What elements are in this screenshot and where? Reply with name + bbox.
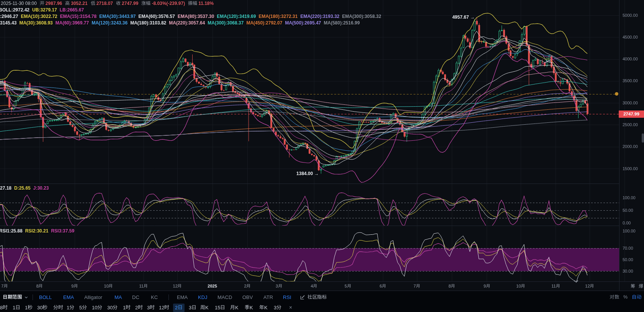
interval-button-周K[interactable]: K [200,304,209,312]
month-label: 4 [311,284,317,288]
ema-legend-item: EMA(220):3193.32 [300,14,339,19]
month-label: 9 [71,284,78,288]
kdj-tick-label: 100.00 [623,195,636,200]
month-label: 9 [484,284,490,288]
boll-legend: BOLL:2972.42UB:3279.17LB:2665.67 [0,7,87,13]
ohlc-field-label [188,1,197,6]
ma-legend-item: MA(30):3608.93 [19,20,52,26]
scale-button-percent[interactable]: % [623,291,628,304]
ema-legend-item: EMA(300):3058.32 [342,14,381,19]
indicator-toolbar: BOLLEMAAlligatorMADCKC EMAKDJMACDOBVATRR… [0,291,644,304]
scale-button-auto[interactable] [632,291,641,304]
month-label: 8 [36,284,43,288]
rsi-tick-label: 70.00 [623,246,633,250]
ohlc-field-value: 2747.99 [122,1,138,6]
trading-chart-app: 2025-11-30 08:002987.963052.212718.07274… [0,0,644,312]
interval-button-12时[interactable]: 12 [159,304,169,312]
month-label: 10 [104,284,113,288]
price-tick-label: 3500.00 [623,78,638,83]
chevron-down-icon [574,280,579,283]
ohlc-field: -8.03%(-239.97) [141,1,185,6]
rsi-legend-item: RSI3:37.59 [51,228,74,234]
interval-button-年K[interactable]: K [259,304,268,312]
month-label: 12 [585,284,594,288]
interval-toolbar: 811301510301231223K15KKK3× [0,304,644,312]
rsi-legend: RSI1:25.88RSI2:30.21RSI3:37.59 [0,228,77,234]
month-label: 7 [414,284,420,288]
interval-button-3分[interactable]: 3 [274,304,281,312]
ma-legend-item: MA(300):3068.37 [208,20,244,26]
price-tick-label: 4500.00 [623,35,638,39]
ma-legend-item: MA(580):2516.99 [324,20,360,26]
high-price-annotation: 4957.67 → [452,15,475,20]
interval-button-30分[interactable]: 30 [107,304,118,312]
pane-collapse-chevron-icon[interactable] [574,278,579,281]
ema-legend: :2946.27EMA(10):3022.72EMA(15):3154.78EM… [0,14,384,19]
ema-legend-item: EMA(15):3154.78 [60,14,96,19]
interval-button-1秒[interactable]: 1 [25,304,33,312]
ema-legend-item: EMA(120):3419.69 [217,14,256,19]
month-label: 8 [448,284,455,288]
ema-legend-item: EMA(30):3443.97 [99,14,136,19]
price-tick-label: 3000.00 [623,101,638,105]
ema-legend-item: EMA(80):3537.30 [178,14,214,19]
rsi-tick-label: 100.00 [623,229,636,233]
month-label: 11 [139,284,147,288]
interval-button-15日[interactable]: 15 [215,304,225,312]
ohlc-field: 2747.99 [116,1,138,6]
interval-button-8时[interactable]: 8 [0,304,8,312]
month-label: 2 [244,284,250,288]
boll-legend-item: UB:3279.17 [32,7,57,13]
ohlc-field: 2987.96 [40,1,62,6]
scrollbar-thumb[interactable] [642,133,644,143]
xaxis-button-liquidation[interactable] [639,284,643,289]
ohlc-field-value: 2987.96 [46,1,62,6]
interval-button-3时[interactable]: 3 [147,304,155,312]
ohlc-datetime: 2025-11-30 08:00 [1,1,37,6]
rsi-legend-item: RSI2:30.21 [25,228,49,234]
ma-legend-item: MA(60):3969.77 [56,20,89,26]
current-price-badge: 2747.99 [619,110,644,118]
ma-legend-item: MA(220):3057.64 [169,20,205,26]
month-label: 3 [276,284,282,288]
interval-button-10分[interactable]: 10 [92,304,102,312]
interval-button-3日[interactable]: 3 [189,304,196,312]
chart-canvas[interactable] [0,0,644,312]
ma-legend: 3145.43MA(30):3608.93MA(60):3969.77MA(12… [0,20,363,26]
interval-button-1时[interactable]: 1 [123,304,131,312]
ohlc-field: 11.18% [188,1,214,6]
ohlc-field-label [116,1,121,6]
ohlc-field: 3052.21 [65,1,87,6]
interval-button-5分[interactable]: 5 [79,304,87,312]
interval-button-2时[interactable]: 2 [135,304,143,312]
xaxis-button-chips[interactable] [631,284,635,289]
close-icon[interactable]: × [289,304,292,312]
interval-button-2日[interactable]: 2 [173,304,185,312]
ohlc-legend: 2025-11-30 08:002987.963052.212718.07274… [1,1,217,6]
interval-button-30秒[interactable]: 30 [37,304,47,312]
ohlc-field-value: 11.18% [198,1,214,6]
price-alert-dot-icon[interactable] [615,92,618,96]
kdj-legend-item: 27.18 [0,185,11,191]
interval-button-月K[interactable]: K [230,304,239,312]
interval-button-分时[interactable] [53,304,63,312]
interval-button-季K[interactable]: K [245,304,253,312]
interval-button-1日[interactable]: 1 [13,304,20,312]
interval-button-1分[interactable]: 1 [67,304,74,312]
ma-legend-item: MA(180):3103.82 [130,20,166,26]
boll-legend-item: BOLL:2972.42 [0,7,29,13]
month-label: 12 [173,284,182,288]
month-label: 11 [551,284,560,288]
ema-legend-item: EMA(10):3022.72 [21,14,57,19]
ema-legend-item: :2946.27 [0,14,18,19]
price-tick-label: 4000.00 [623,57,638,61]
kdj-legend: 27.18D:25.65J:30.23 [0,185,51,191]
month-label: 10 [516,284,525,288]
low-price-annotation: 1384.00 → [296,171,319,176]
month-label: 7 [1,284,8,288]
ohlc-field-value: -8.03%(-239.97) [152,1,185,6]
rsi-legend-item: RSI1:25.88 [0,228,23,234]
scale-button-log[interactable] [610,291,619,304]
boll-legend-item: LB:2665.67 [60,7,84,13]
month-label: 6 [379,284,386,288]
